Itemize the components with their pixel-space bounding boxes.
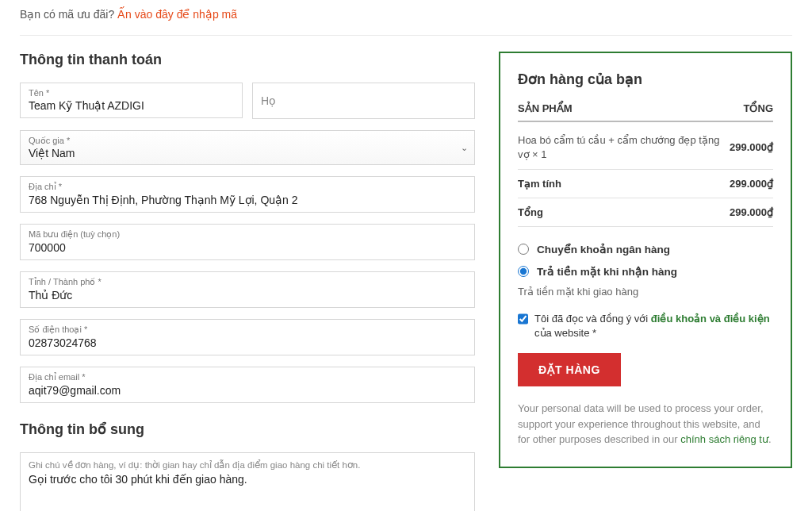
terms-text: Tôi đã đọc và đồng ý với điều khoản và đ… bbox=[534, 312, 773, 340]
postcode-field[interactable]: Mã bưu điện (tuỳ chọn) bbox=[20, 224, 475, 260]
address-field[interactable]: Địa chỉ * bbox=[20, 176, 475, 213]
order-total-label: Tổng bbox=[518, 206, 543, 218]
order-item-row: Hoa bó cẩm tú cầu + cẩm chướng đẹp tặng … bbox=[518, 125, 773, 170]
order-subtotal-row: Tạm tính 299.000₫ bbox=[518, 170, 773, 198]
country-value: Việt Nam bbox=[29, 147, 466, 159]
privacy-text: Your personal data will be used to proce… bbox=[518, 401, 773, 448]
order-notes-input[interactable] bbox=[29, 473, 466, 511]
payment-cod-radio[interactable] bbox=[518, 266, 529, 277]
order-subtotal-label: Tạm tính bbox=[518, 178, 561, 190]
email-label: Địa chỉ email * bbox=[29, 372, 466, 382]
order-subtotal-price: 299.000₫ bbox=[730, 178, 773, 190]
payment-bank-radio[interactable] bbox=[518, 244, 529, 255]
terms-link[interactable]: điều khoản và điều kiện bbox=[651, 313, 770, 325]
terms-checkbox[interactable] bbox=[518, 313, 528, 325]
payment-bank-option[interactable]: Chuyển khoản ngân hàng bbox=[518, 238, 773, 260]
city-field[interactable]: Tỉnh / Thành phố * bbox=[20, 271, 475, 308]
order-item-name: Hoa bó cẩm tú cầu + cẩm chướng đẹp tặng … bbox=[518, 133, 730, 161]
terms-prefix: Tôi đã đọc và đồng ý với bbox=[534, 313, 648, 325]
phone-label: Số điện thoại * bbox=[29, 325, 466, 335]
coupon-toggle-link[interactable]: Ấn vào đây để nhập mã bbox=[117, 8, 237, 21]
first-name-input[interactable] bbox=[29, 99, 234, 112]
email-field[interactable]: Địa chỉ email * bbox=[20, 367, 475, 403]
order-total-price: 299.000₫ bbox=[730, 206, 773, 218]
order-notes-label: Ghi chú về đơn hàng, ví dụ: thời gian ha… bbox=[29, 459, 466, 471]
country-label: Quốc gia * bbox=[29, 136, 466, 146]
order-total-row: Tổng 299.000₫ bbox=[518, 198, 773, 227]
payment-bank-label: Chuyển khoản ngân hàng bbox=[537, 243, 670, 256]
order-summary-box: Đơn hàng của bạn SẢN PHẨM TỔNG Hoa bó cẩ… bbox=[499, 52, 792, 468]
order-notes-field[interactable]: Ghi chú về đơn hàng, ví dụ: thời gian ha… bbox=[20, 452, 475, 511]
terms-suffix: của website * bbox=[534, 327, 596, 339]
additional-title: Thông tin bổ sung bbox=[20, 421, 475, 438]
order-head-product: SẢN PHẨM bbox=[518, 102, 573, 114]
postcode-input[interactable] bbox=[29, 241, 466, 254]
last-name-field[interactable]: Họ bbox=[252, 83, 475, 119]
email-input[interactable] bbox=[29, 384, 466, 397]
last-name-placeholder: Họ bbox=[261, 94, 466, 107]
coupon-text: Bạn có mã ưu đãi? bbox=[20, 8, 114, 21]
city-input[interactable] bbox=[29, 289, 466, 302]
first-name-field[interactable]: Tên * bbox=[20, 83, 243, 118]
order-table-head: SẢN PHẨM TỔNG bbox=[518, 102, 773, 122]
place-order-button[interactable]: ĐẶT HÀNG bbox=[518, 353, 621, 386]
first-name-label: Tên * bbox=[29, 88, 234, 98]
billing-title: Thông tin thanh toán bbox=[20, 52, 475, 68]
payment-methods: Chuyển khoản ngân hàng Trả tiền mặt khi … bbox=[518, 238, 773, 298]
phone-input[interactable] bbox=[29, 336, 466, 349]
order-title: Đơn hàng của bạn bbox=[518, 71, 773, 88]
terms-row: Tôi đã đọc và đồng ý với điều khoản và đ… bbox=[518, 312, 773, 340]
coupon-notice: Bạn có mã ưu đãi? Ấn vào đây để nhập mã bbox=[20, 8, 792, 36]
order-head-total: TỔNG bbox=[744, 102, 773, 114]
address-label: Địa chỉ * bbox=[29, 182, 466, 192]
payment-cod-label: Trả tiền mặt khi nhận hàng bbox=[537, 265, 677, 278]
privacy-dot: . bbox=[768, 433, 772, 445]
country-select[interactable]: Quốc gia * Việt Nam ⌄ bbox=[20, 130, 475, 165]
city-label: Tỉnh / Thành phố * bbox=[29, 277, 466, 287]
payment-cod-desc: Trả tiền mặt khi giao hàng bbox=[518, 282, 773, 298]
payment-cod-option[interactable]: Trả tiền mặt khi nhận hàng bbox=[518, 260, 773, 282]
postcode-label: Mã bưu điện (tuỳ chọn) bbox=[29, 229, 466, 240]
phone-field[interactable]: Số điện thoại * bbox=[20, 319, 475, 355]
address-input[interactable] bbox=[29, 194, 466, 206]
order-item-price: 299.000₫ bbox=[730, 141, 773, 153]
privacy-link[interactable]: chính sách riêng tư bbox=[680, 433, 768, 445]
